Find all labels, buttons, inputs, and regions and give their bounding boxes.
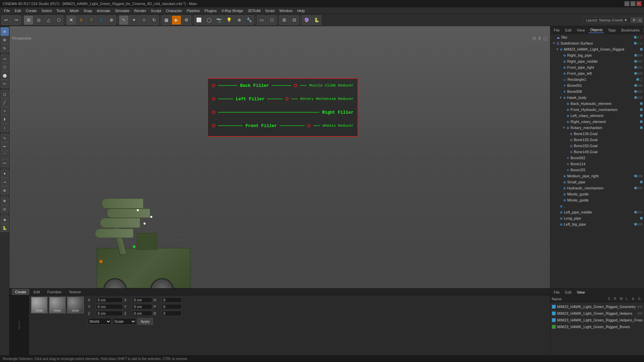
- attr-y-value2[interactable]: [132, 304, 152, 309]
- tool-null[interactable]: ⊕: [234, 15, 244, 25]
- tool-xpresso[interactable]: ⊛: [1, 186, 9, 194]
- rtab-tags[interactable]: Tags: [607, 27, 617, 33]
- select-z[interactable]: Z: [97, 15, 106, 25]
- close-button[interactable]: ✕: [637, 1, 641, 6]
- tool-select[interactable]: ↖: [119, 15, 128, 25]
- tool-material[interactable]: ◈: [1, 216, 9, 224]
- scale-dropdown[interactable]: Scale: [113, 318, 136, 325]
- tree-item-hawk-body[interactable]: ▼ ⊕ Hawk_body ⊞⊞: [550, 95, 644, 101]
- tree-item-front-pipe-left[interactable]: ⊕ Front_pipe_left ⊞⊞: [550, 70, 644, 76]
- tree-item-bone149goal[interactable]: ⊙ Bone149.Goal: [550, 149, 644, 155]
- tree-item-bone114[interactable]: ✦ Bone114: [550, 161, 644, 167]
- tree-item-unnamed[interactable]: ⊕ .: [550, 203, 644, 209]
- tool-move-left[interactable]: ⊕: [1, 27, 9, 36]
- tool-mograph[interactable]: ⊞: [279, 15, 289, 25]
- tree-item-bone008[interactable]: ✦ Bone008 ⊞⊞: [550, 88, 644, 95]
- tool-bevel[interactable]: ⌗: [1, 107, 9, 115]
- tree-item-long-pipe[interactable]: ⊕ Long_pipe: [550, 215, 644, 221]
- tool-dynamics[interactable]: ⊙: [1, 205, 9, 213]
- attr-y-value[interactable]: [96, 304, 123, 309]
- layout-selector[interactable]: Layout: Startup (Used) ▼: [583, 17, 631, 23]
- menu-render[interactable]: Render: [132, 8, 148, 13]
- menu-vray[interactable]: V-Ray Bridge: [219, 8, 245, 13]
- tool-bridge[interactable]: ↕: [1, 124, 9, 132]
- tree-item-bone155[interactable]: ✦ Bone155: [550, 167, 644, 173]
- select-live[interactable]: ✕: [66, 15, 76, 25]
- render-view[interactable]: ▶: [172, 15, 181, 25]
- rtab-view[interactable]: View: [576, 27, 586, 33]
- tool-field[interactable]: 🔮: [302, 15, 311, 25]
- tool-select-rect[interactable]: ▭: [1, 55, 9, 63]
- tree-item-bone136goal[interactable]: ⊙ Bone136.Goal: [550, 131, 644, 137]
- menu-create[interactable]: Create: [24, 8, 39, 13]
- rtab-objects[interactable]: Objects: [589, 27, 604, 33]
- tool-weight[interactable]: ⊸: [1, 178, 9, 186]
- tool-sphere[interactable]: ◯: [204, 15, 214, 25]
- tree-item-right-rotary[interactable]: ⊕ Right_rotary_element: [550, 119, 644, 125]
- tool-python2[interactable]: 🐍: [1, 224, 9, 232]
- btab-texture[interactable]: Texture: [66, 289, 84, 295]
- menu-select[interactable]: Select: [40, 8, 54, 13]
- menu-help[interactable]: Help: [295, 8, 307, 13]
- tree-item-rotary-mech[interactable]: ▼ ⊕ Rotary_mechanism: [550, 125, 644, 131]
- tree-item-bone135goal[interactable]: ⊙ Bone135.Goal: [550, 137, 644, 143]
- tree-item-medium-pipe-right[interactable]: ⊕ Medium_pipe_right ⊞⊞: [550, 173, 644, 179]
- tree-item-bone092[interactable]: ✦ Bone092: [550, 155, 644, 161]
- tool-python[interactable]: 🐍: [312, 15, 321, 25]
- material-haw-2[interactable]: HAW: [49, 297, 66, 313]
- tool-joints[interactable]: ✦: [1, 170, 9, 178]
- attr-b-value[interactable]: [162, 311, 182, 316]
- menu-animate[interactable]: Animate: [95, 8, 112, 13]
- tool-knife[interactable]: ✂: [1, 80, 9, 88]
- tool-edge[interactable]: ╱: [1, 99, 9, 107]
- material-haw-3[interactable]: HAW: [67, 297, 84, 313]
- btab-edit[interactable]: Edit: [31, 289, 43, 295]
- menu-tools[interactable]: Tools: [54, 8, 67, 13]
- mode-edges[interactable]: △: [44, 15, 53, 25]
- mode-points[interactable]: ◎: [34, 15, 43, 25]
- world-dropdown[interactable]: World Object: [88, 318, 111, 325]
- select-x[interactable]: X: [76, 15, 86, 25]
- tool-paint[interactable]: ⬤: [1, 71, 9, 79]
- tree-item-subdiv[interactable]: ▼ ⊡ Subdivision Surface ✓ ✓: [550, 40, 644, 46]
- undo-button[interactable]: ↩: [1, 15, 11, 25]
- tool-deformer[interactable]: 🔧: [245, 15, 254, 25]
- attr-p-value[interactable]: [162, 304, 182, 309]
- brtab-view[interactable]: View: [576, 290, 586, 295]
- tool-extrude[interactable]: ⬆: [1, 115, 9, 123]
- mode-object[interactable]: ⊞: [24, 15, 33, 25]
- tree-item-missle-guide2[interactable]: ⊕ Missle_guide: [550, 197, 644, 203]
- tool-scale-left[interactable]: ⊞: [1, 36, 9, 44]
- tool-move[interactable]: ✦: [129, 15, 139, 25]
- render-region[interactable]: ▦: [162, 15, 171, 25]
- menu-3dtoall[interactable]: 3DToAll: [246, 8, 263, 13]
- minimize-button[interactable]: −: [625, 1, 629, 6]
- tool-arc[interactable]: ⌒: [1, 151, 9, 159]
- select-world[interactable]: ⊕: [107, 15, 116, 25]
- layout-icon2[interactable]: ◱: [637, 17, 643, 23]
- tool-poly[interactable]: ◻: [1, 90, 9, 98]
- tree-item-missle-guide1[interactable]: ⊕ Missle_guide: [550, 191, 644, 197]
- tree-item-small-pipe[interactable]: ⊕ Small_pipe: [550, 179, 644, 185]
- viewport-icon-3[interactable]: ◱: [543, 36, 547, 41]
- rtab-bookmarks[interactable]: Bookmarks: [620, 27, 641, 33]
- menu-mesh[interactable]: Mesh: [68, 8, 81, 13]
- menu-file[interactable]: File: [2, 8, 12, 13]
- layout-icon1[interactable]: ⚙: [631, 17, 637, 23]
- tree-item-back-hydraulic[interactable]: ⊕ Back_Hydraulic_element: [550, 101, 644, 107]
- tree-item-front-hydraulic[interactable]: ⊕ Front_Hydraulic_mechanism: [550, 107, 644, 113]
- tree-item-bone001[interactable]: ✦ Bone001 ⊞⊞: [550, 82, 644, 88]
- menu-sculpt[interactable]: Sculpt: [149, 8, 163, 13]
- tree-item-rectangle1[interactable]: ▭ Rectangle1 ◯: [550, 76, 644, 82]
- btab-create[interactable]: Create: [12, 289, 29, 295]
- tree-item-bone150goal[interactable]: ⊙ Bone150.Goal: [550, 143, 644, 149]
- menu-edit[interactable]: Edit: [13, 8, 23, 13]
- tool-cube[interactable]: ⬜: [194, 15, 204, 25]
- tree-item-left-big-pipe[interactable]: ⊕ Left_big_pipe ⊞⊞: [550, 221, 644, 227]
- br-row-bones[interactable]: MIM23_HAWK_Light_Green_Rigged_Bones: [552, 323, 643, 330]
- rtab-file[interactable]: File: [552, 27, 561, 33]
- tree-item-hydraulic-mech[interactable]: ⊕ Hydraulic_mechanism ⊞⊞: [550, 185, 644, 191]
- tool-env[interactable]: ⬡: [267, 15, 276, 25]
- tree-item-right-pipe-middle[interactable]: ⊕ Right_pipe_middle ⊞⊞: [550, 58, 644, 64]
- br-row-geometry[interactable]: MIM23_HAWK_Light_Green_Rigged_Geometry ⊞…: [552, 303, 643, 310]
